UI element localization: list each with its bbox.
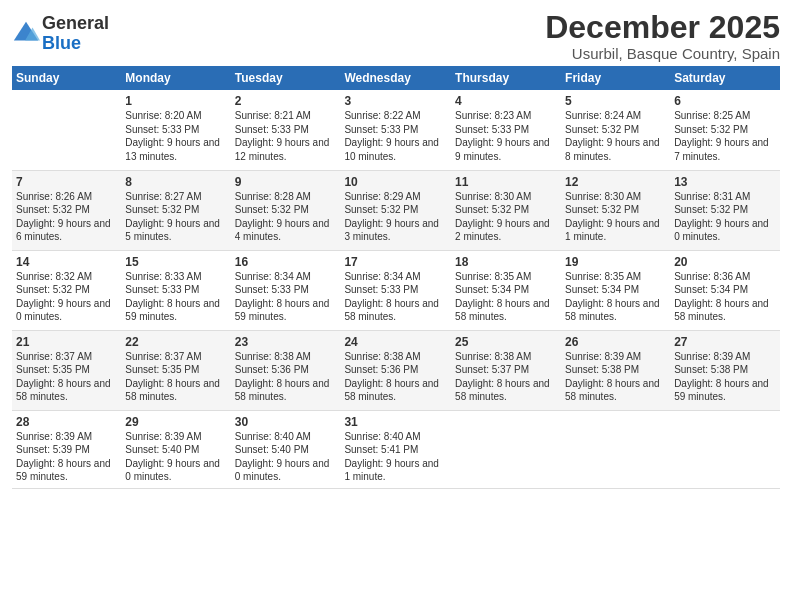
- day-info: Sunrise: 8:39 AM Sunset: 5:39 PM Dayligh…: [16, 430, 117, 484]
- day-number: 1: [125, 94, 226, 108]
- day-number: 4: [455, 94, 557, 108]
- calendar-cell: 26Sunrise: 8:39 AM Sunset: 5:38 PM Dayli…: [561, 330, 670, 410]
- day-info: Sunrise: 8:20 AM Sunset: 5:33 PM Dayligh…: [125, 109, 226, 163]
- day-number: 6: [674, 94, 776, 108]
- day-number: 14: [16, 255, 117, 269]
- day-info: Sunrise: 8:38 AM Sunset: 5:36 PM Dayligh…: [344, 350, 447, 404]
- calendar-cell: 12Sunrise: 8:30 AM Sunset: 5:32 PM Dayli…: [561, 170, 670, 250]
- calendar-cell: 1Sunrise: 8:20 AM Sunset: 5:33 PM Daylig…: [121, 90, 230, 170]
- calendar-cell: 7Sunrise: 8:26 AM Sunset: 5:32 PM Daylig…: [12, 170, 121, 250]
- calendar-cell: 28Sunrise: 8:39 AM Sunset: 5:39 PM Dayli…: [12, 410, 121, 488]
- day-info: Sunrise: 8:23 AM Sunset: 5:33 PM Dayligh…: [455, 109, 557, 163]
- day-number: 15: [125, 255, 226, 269]
- calendar-cell: 24Sunrise: 8:38 AM Sunset: 5:36 PM Dayli…: [340, 330, 451, 410]
- calendar-cell: 9Sunrise: 8:28 AM Sunset: 5:32 PM Daylig…: [231, 170, 341, 250]
- day-info: Sunrise: 8:25 AM Sunset: 5:32 PM Dayligh…: [674, 109, 776, 163]
- day-number: 31: [344, 415, 447, 429]
- week-row-4: 21Sunrise: 8:37 AM Sunset: 5:35 PM Dayli…: [12, 330, 780, 410]
- day-number: 22: [125, 335, 226, 349]
- logo: General Blue: [12, 14, 109, 54]
- calendar-cell: 31Sunrise: 8:40 AM Sunset: 5:41 PM Dayli…: [340, 410, 451, 488]
- calendar-cell: 17Sunrise: 8:34 AM Sunset: 5:33 PM Dayli…: [340, 250, 451, 330]
- header-friday: Friday: [561, 66, 670, 90]
- calendar-cell: 13Sunrise: 8:31 AM Sunset: 5:32 PM Dayli…: [670, 170, 780, 250]
- month-title: December 2025: [545, 10, 780, 45]
- day-info: Sunrise: 8:35 AM Sunset: 5:34 PM Dayligh…: [565, 270, 666, 324]
- day-number: 18: [455, 255, 557, 269]
- day-number: 16: [235, 255, 337, 269]
- calendar-cell: 4Sunrise: 8:23 AM Sunset: 5:33 PM Daylig…: [451, 90, 561, 170]
- day-number: 17: [344, 255, 447, 269]
- day-info: Sunrise: 8:34 AM Sunset: 5:33 PM Dayligh…: [235, 270, 337, 324]
- calendar-body: 1Sunrise: 8:20 AM Sunset: 5:33 PM Daylig…: [12, 90, 780, 488]
- header-monday: Monday: [121, 66, 230, 90]
- day-info: Sunrise: 8:27 AM Sunset: 5:32 PM Dayligh…: [125, 190, 226, 244]
- day-number: 24: [344, 335, 447, 349]
- title-block: December 2025 Usurbil, Basque Country, S…: [545, 10, 780, 62]
- calendar-cell: 18Sunrise: 8:35 AM Sunset: 5:34 PM Dayli…: [451, 250, 561, 330]
- day-number: 9: [235, 175, 337, 189]
- calendar-cell: 29Sunrise: 8:39 AM Sunset: 5:40 PM Dayli…: [121, 410, 230, 488]
- calendar-cell: 21Sunrise: 8:37 AM Sunset: 5:35 PM Dayli…: [12, 330, 121, 410]
- calendar-cell: 19Sunrise: 8:35 AM Sunset: 5:34 PM Dayli…: [561, 250, 670, 330]
- day-info: Sunrise: 8:30 AM Sunset: 5:32 PM Dayligh…: [455, 190, 557, 244]
- calendar-cell: [12, 90, 121, 170]
- day-info: Sunrise: 8:37 AM Sunset: 5:35 PM Dayligh…: [16, 350, 117, 404]
- day-info: Sunrise: 8:34 AM Sunset: 5:33 PM Dayligh…: [344, 270, 447, 324]
- day-info: Sunrise: 8:40 AM Sunset: 5:40 PM Dayligh…: [235, 430, 337, 484]
- week-row-2: 7Sunrise: 8:26 AM Sunset: 5:32 PM Daylig…: [12, 170, 780, 250]
- day-info: Sunrise: 8:39 AM Sunset: 5:38 PM Dayligh…: [565, 350, 666, 404]
- header-tuesday: Tuesday: [231, 66, 341, 90]
- day-info: Sunrise: 8:33 AM Sunset: 5:33 PM Dayligh…: [125, 270, 226, 324]
- day-number: 29: [125, 415, 226, 429]
- day-info: Sunrise: 8:39 AM Sunset: 5:38 PM Dayligh…: [674, 350, 776, 404]
- day-info: Sunrise: 8:26 AM Sunset: 5:32 PM Dayligh…: [16, 190, 117, 244]
- day-number: 21: [16, 335, 117, 349]
- calendar-table: SundayMondayTuesdayWednesdayThursdayFrid…: [12, 66, 780, 489]
- day-number: 12: [565, 175, 666, 189]
- day-info: Sunrise: 8:24 AM Sunset: 5:32 PM Dayligh…: [565, 109, 666, 163]
- day-info: Sunrise: 8:37 AM Sunset: 5:35 PM Dayligh…: [125, 350, 226, 404]
- calendar-cell: 23Sunrise: 8:38 AM Sunset: 5:36 PM Dayli…: [231, 330, 341, 410]
- day-number: 20: [674, 255, 776, 269]
- page-container: General Blue December 2025 Usurbil, Basq…: [0, 0, 792, 497]
- header-thursday: Thursday: [451, 66, 561, 90]
- day-number: 7: [16, 175, 117, 189]
- calendar-cell: [561, 410, 670, 488]
- logo-general-text: General: [42, 14, 109, 34]
- day-number: 19: [565, 255, 666, 269]
- day-info: Sunrise: 8:30 AM Sunset: 5:32 PM Dayligh…: [565, 190, 666, 244]
- day-info: Sunrise: 8:22 AM Sunset: 5:33 PM Dayligh…: [344, 109, 447, 163]
- day-number: 30: [235, 415, 337, 429]
- day-number: 28: [16, 415, 117, 429]
- logo-icon: [12, 20, 40, 48]
- header-row: SundayMondayTuesdayWednesdayThursdayFrid…: [12, 66, 780, 90]
- day-number: 11: [455, 175, 557, 189]
- header-wednesday: Wednesday: [340, 66, 451, 90]
- calendar-cell: 16Sunrise: 8:34 AM Sunset: 5:33 PM Dayli…: [231, 250, 341, 330]
- day-info: Sunrise: 8:39 AM Sunset: 5:40 PM Dayligh…: [125, 430, 226, 484]
- calendar-cell: 20Sunrise: 8:36 AM Sunset: 5:34 PM Dayli…: [670, 250, 780, 330]
- day-number: 26: [565, 335, 666, 349]
- page-header: General Blue December 2025 Usurbil, Basq…: [12, 10, 780, 62]
- week-row-5: 28Sunrise: 8:39 AM Sunset: 5:39 PM Dayli…: [12, 410, 780, 488]
- calendar-cell: 22Sunrise: 8:37 AM Sunset: 5:35 PM Dayli…: [121, 330, 230, 410]
- calendar-header: SundayMondayTuesdayWednesdayThursdayFrid…: [12, 66, 780, 90]
- day-info: Sunrise: 8:38 AM Sunset: 5:36 PM Dayligh…: [235, 350, 337, 404]
- day-info: Sunrise: 8:29 AM Sunset: 5:32 PM Dayligh…: [344, 190, 447, 244]
- calendar-cell: 5Sunrise: 8:24 AM Sunset: 5:32 PM Daylig…: [561, 90, 670, 170]
- day-number: 5: [565, 94, 666, 108]
- calendar-cell: [670, 410, 780, 488]
- day-info: Sunrise: 8:35 AM Sunset: 5:34 PM Dayligh…: [455, 270, 557, 324]
- logo-text: General Blue: [42, 14, 109, 54]
- logo-blue-text: Blue: [42, 34, 109, 54]
- day-number: 13: [674, 175, 776, 189]
- calendar-cell: 14Sunrise: 8:32 AM Sunset: 5:32 PM Dayli…: [12, 250, 121, 330]
- calendar-cell: 3Sunrise: 8:22 AM Sunset: 5:33 PM Daylig…: [340, 90, 451, 170]
- day-info: Sunrise: 8:31 AM Sunset: 5:32 PM Dayligh…: [674, 190, 776, 244]
- day-number: 10: [344, 175, 447, 189]
- day-info: Sunrise: 8:32 AM Sunset: 5:32 PM Dayligh…: [16, 270, 117, 324]
- day-number: 23: [235, 335, 337, 349]
- week-row-1: 1Sunrise: 8:20 AM Sunset: 5:33 PM Daylig…: [12, 90, 780, 170]
- day-info: Sunrise: 8:40 AM Sunset: 5:41 PM Dayligh…: [344, 430, 447, 484]
